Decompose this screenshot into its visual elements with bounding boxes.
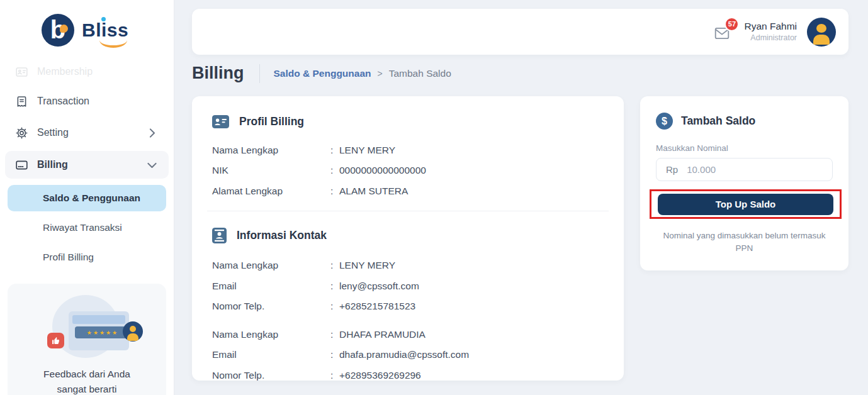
nominal-label: Masukkan Nominal [656, 143, 833, 153]
topbar: 57 Ryan Fahmi Administrator [192, 9, 848, 55]
brand-name: Bliss [82, 19, 128, 41]
sidebar-item-transaction[interactable]: Transaction [5, 86, 169, 117]
nominal-input[interactable] [687, 164, 823, 175]
sidebar-item-membership[interactable]: Membership [5, 58, 169, 86]
tambah-saldo-card: $ Tambah Saldo Masukkan Nominal Rp Top U… [640, 96, 848, 270]
chevron-down-icon [145, 159, 159, 172]
ppn-note: Nominal yang dimasukkan belum termasuk P… [656, 230, 833, 255]
sidebar: b Bliss Membership [0, 0, 174, 395]
brand-logo-icon: b [42, 14, 74, 47]
section-title: Informasi Kontak [237, 229, 327, 242]
submenu-item-profil-billing[interactable]: Profil Billing [8, 244, 166, 270]
user-avatar[interactable] [807, 18, 836, 47]
rating-stars: ★★★★★ [75, 326, 130, 338]
submenu-item-riwayat-transaksi[interactable]: Riwayat Transaksi [8, 214, 166, 241]
tambah-saldo-header: $ Tambah Saldo [656, 113, 833, 130]
annotation-highlight-box: Top Up Saldo [650, 189, 842, 219]
sidebar-item-label: Transaction [37, 96, 89, 107]
contact-row-nama: Nama Lengkap : LENY MERY [212, 259, 604, 272]
feedback-text: Feedback dari Anda sangat berarti [16, 367, 157, 395]
feedback-card[interactable]: ★★★★★ Feedback dari Anda sangat berarti [8, 284, 166, 395]
sidebar-item-label: Membership [37, 66, 93, 77]
breadcrumb-separator: > [378, 69, 383, 79]
contact-row-email: Email : leny@cpssoft.com [212, 279, 604, 293]
billing-submenu: Saldo & Penggunaan Riwayat Transaksi Pro… [0, 179, 174, 274]
informasi-kontak-header: Informasi Kontak [212, 228, 604, 243]
notification-badge: 57 [724, 17, 739, 31]
breadcrumb-divider [259, 64, 260, 83]
breadcrumb: Billing Saldo & Penggunaan > Tambah Sald… [192, 64, 451, 83]
transaction-icon [15, 95, 28, 108]
sidebar-item-label: Setting [37, 127, 69, 138]
sidebar-item-label: Billing [37, 159, 68, 170]
dollar-icon: $ [656, 113, 673, 130]
billing-icon [15, 159, 28, 172]
profile-row-nama: Nama Lengkap : LENY MERY [212, 143, 604, 157]
contact-row-nama: Nama Lengkap : DHAFA PRAMUDIA [212, 328, 604, 342]
user-role: Administrator [744, 33, 797, 43]
page: b Bliss Membership [0, 0, 868, 395]
id-card-icon [212, 115, 229, 128]
contact-row-telp: Nomor Telp. : +6285215781523 [212, 299, 604, 313]
contact-row-telp: Nomor Telp. : +62895369269296 [212, 369, 604, 382]
thumbs-up-icon [47, 333, 64, 348]
chevron-right-icon [145, 126, 159, 140]
contact-card-icon [212, 228, 227, 243]
breadcrumb-parent-link[interactable]: Saldo & Penggunaan [274, 68, 371, 79]
notifications-button[interactable]: 57 [713, 23, 734, 42]
profile-row-nik: NIK : 0000000000000000 [212, 164, 604, 177]
feedback-illustration: ★★★★★ [33, 295, 140, 358]
sidebar-item-billing[interactable]: Billing [5, 151, 169, 179]
nominal-input-box[interactable]: Rp [656, 158, 833, 181]
submenu-item-saldo-penggunaan[interactable]: Saldo & Penggunaan [8, 185, 166, 211]
breadcrumb-current: Tambah Saldo [389, 68, 451, 79]
setting-icon [15, 126, 28, 140]
profile-row-alamat: Alamat Lengkap : ALAM SUTERA [212, 184, 604, 198]
contact-block-2: Nama Lengkap : DHAFA PRAMUDIA Email : dh… [212, 328, 604, 382]
page-title: Billing [192, 64, 244, 83]
brand-logo[interactable]: b Bliss [0, 0, 174, 58]
currency-prefix: Rp [666, 164, 678, 175]
contact-row-email: Email : dhafa.pramudia@cpssoft.com [212, 348, 604, 362]
billing-profile-card: Profil Billing Nama Lengkap : LENY MERY … [192, 96, 624, 381]
user-name: Ryan Fahmi [744, 20, 797, 33]
reviewer-avatar [123, 321, 143, 342]
user-meta: Ryan Fahmi Administrator [744, 20, 797, 43]
contact-block-1: Nama Lengkap : LENY MERY Email : leny@cp… [212, 259, 604, 313]
section-title: Tambah Saldo [681, 114, 755, 128]
section-divider [207, 211, 609, 211]
sidebar-item-setting[interactable]: Setting [5, 117, 169, 148]
top-up-saldo-button[interactable]: Top Up Saldo [658, 194, 833, 215]
sidebar-nav: Membership Transaction Setting [0, 58, 174, 179]
membership-icon [15, 65, 28, 79]
section-title: Profil Billing [239, 115, 304, 128]
profil-billing-header: Profil Billing [212, 115, 604, 128]
